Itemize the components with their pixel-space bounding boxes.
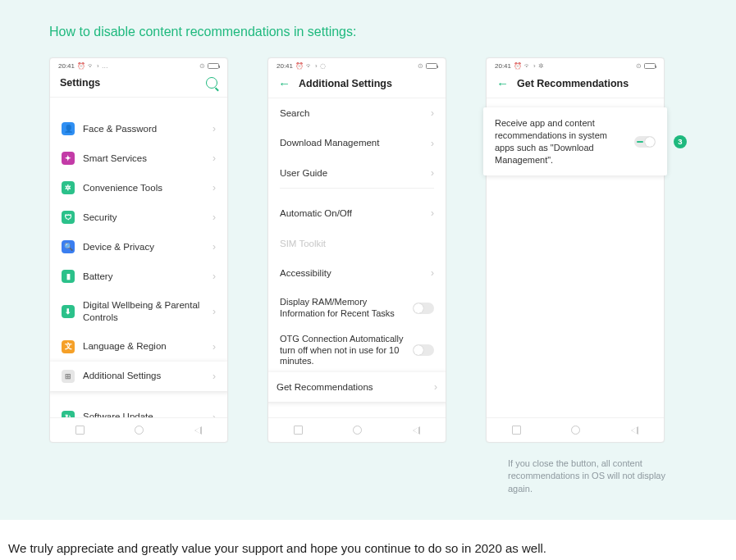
settings-list: 👤 Face & Password › ✦ Smart Services › ✲… — [50, 98, 227, 417]
instruction-panel: How to disable content recommendations i… — [0, 0, 736, 520]
back-icon[interactable]: ← — [278, 77, 290, 89]
status-time: 20:41 — [495, 62, 511, 70]
chevron-right-icon: › — [213, 412, 216, 417]
chevron-right-icon: › — [213, 371, 216, 382]
item-label: Digital Wellbeing & Parental Controls — [83, 299, 204, 324]
row-download-management[interactable]: Download Management › — [268, 128, 446, 157]
row-get-recommendations[interactable]: Get Recommendations › 2 — [268, 372, 446, 402]
nav-home-icon[interactable] — [353, 426, 362, 435]
settings-item-language-region[interactable]: 文 Language & Region › — [50, 332, 227, 362]
nav-bar — [268, 417, 446, 442]
toggle-otg[interactable] — [413, 344, 434, 356]
phone-additional-settings: 20:41 ⏰ ᯤ › ◌ ⊙ ← Additional Settings Se… — [267, 57, 446, 443]
nav-recent-icon[interactable] — [512, 426, 521, 435]
chevron-right-icon: › — [213, 123, 216, 134]
settings-item-face-password[interactable]: 👤 Face & Password › — [50, 114, 227, 143]
settings-item-battery[interactable]: ▮ Battery › — [50, 262, 227, 291]
row-label: User Guide — [280, 167, 431, 179]
nav-bar — [50, 417, 227, 442]
otg-label: OTG Connection — [280, 334, 348, 344]
settings-item-convenience-tools[interactable]: ✲ Convenience Tools › — [50, 173, 227, 203]
status-bar: 20:41 ⏰ ᯤ › … ⊙ — [50, 58, 227, 72]
status-bar: 20:41 ⏰ ᯤ › ✲ ⊙ — [487, 58, 664, 72]
settings-item-security[interactable]: 🛡 Security › — [50, 203, 227, 232]
settings-item-device-privacy[interactable]: 🔍 Device & Privacy › — [50, 232, 227, 262]
nav-back-icon[interactable] — [194, 426, 202, 435]
row-label: OTG Connection Automatically turn off wh… — [280, 334, 413, 367]
tools-icon: ✲ — [62, 181, 75, 194]
panel-caption: If you close the button, all content rec… — [508, 458, 687, 495]
toggle-ram[interactable] — [413, 303, 434, 314]
nav-bar — [487, 417, 664, 442]
additional-icon: ⊞ — [62, 370, 75, 383]
toggle-recommendations[interactable] — [634, 136, 656, 148]
title-bar: ← Get Recommendations — [487, 72, 664, 98]
footer-text: We truly appreciate and greatly value yo… — [0, 520, 736, 560]
battery-settings-icon: ▮ — [62, 270, 75, 283]
nav-back-icon[interactable] — [413, 426, 420, 435]
item-label: Additional Settings — [83, 370, 204, 382]
row-display-ram[interactable]: Display RAM/Memory Information for Recen… — [268, 288, 446, 329]
alarm-icon: ⏰ — [514, 62, 522, 70]
settings-item-additional-settings[interactable]: ⊞ Additional Settings › 1 — [50, 362, 227, 391]
back-icon[interactable]: ← — [496, 77, 509, 89]
row-label: Automatic On/Off — [280, 207, 431, 219]
phone-get-recommendations: 20:41 ⏰ ᯤ › ✲ ⊙ ← Get Recommendations Re… — [486, 57, 665, 443]
row-accessibility[interactable]: Accessibility › — [268, 258, 446, 288]
nav-recent-icon[interactable] — [75, 426, 85, 435]
dots-icon: … — [102, 62, 108, 70]
nav-back-icon[interactable] — [631, 426, 638, 435]
row-automatic-onoff[interactable]: Automatic On/Off › — [268, 198, 446, 228]
row-label: SIM Toolkit — [280, 238, 434, 249]
more-icon: › — [315, 62, 318, 70]
settings-item-digital-wellbeing[interactable]: ⬇ Digital Wellbeing & Parental Controls … — [50, 291, 227, 332]
item-label: Security — [83, 212, 204, 224]
item-label: Battery — [83, 271, 204, 283]
row-label: Display RAM/Memory Information for Recen… — [280, 297, 413, 320]
item-label: Software Update — [83, 411, 204, 417]
additional-settings-list: Search › Download Management › User Guid… — [268, 98, 446, 417]
status-time: 20:41 — [58, 62, 75, 70]
language-icon: 文 — [62, 340, 75, 353]
row-user-guide[interactable]: User Guide › — [268, 158, 446, 188]
status-bar: 20:41 ⏰ ᯤ › ◌ ⊙ — [268, 58, 446, 72]
item-label: Device & Privacy — [83, 241, 204, 253]
chevron-right-icon: › — [213, 153, 216, 164]
step-badge-3: 3 — [674, 135, 687, 148]
face-icon: 👤 — [62, 122, 75, 135]
search-icon[interactable] — [206, 77, 217, 89]
page-title: Get Recommendations — [517, 78, 629, 89]
status-time: 20:41 — [277, 62, 293, 70]
row-search[interactable]: Search › — [268, 98, 446, 128]
shield-icon: 🛡 — [62, 211, 75, 224]
chevron-right-icon: › — [213, 306, 216, 317]
signal-icon: ⊙ — [636, 62, 642, 70]
alarm-icon: ⏰ — [295, 62, 304, 70]
row-receive-recommendations[interactable]: Receive app and content recommendations … — [483, 107, 667, 175]
battery-icon — [208, 63, 219, 69]
chevron-right-icon: › — [213, 341, 216, 353]
phone-settings: 20:41 ⏰ ᯤ › … ⊙ Settings 👤 F — [49, 57, 228, 443]
chevron-right-icon: › — [213, 182, 216, 193]
settings-item-smart-services[interactable]: ✦ Smart Services › — [50, 143, 227, 173]
page-title: Settings — [60, 77, 100, 89]
page-title: Additional Settings — [299, 78, 392, 89]
privacy-icon: 🔍 — [62, 240, 75, 253]
row-label: Receive app and content recommendations … — [495, 117, 634, 166]
nav-home-icon[interactable] — [571, 426, 580, 435]
row-label: Accessibility — [280, 267, 431, 279]
wellbeing-icon: ⬇ — [62, 305, 75, 318]
chevron-right-icon: › — [431, 107, 434, 119]
row-otg-connection[interactable]: OTG Connection Automatically turn off wh… — [268, 329, 446, 372]
sync-icon: ◌ — [320, 62, 326, 70]
chevron-right-icon: › — [434, 381, 437, 393]
nav-home-icon[interactable] — [135, 426, 144, 435]
chevron-right-icon: › — [213, 271, 216, 282]
settings-item-software-update[interactable]: ↻ Software Update › — [50, 403, 227, 417]
row-label: Get Recommendations — [277, 381, 434, 393]
battery-icon — [644, 63, 656, 69]
smart-icon: ✦ — [62, 152, 75, 165]
nav-recent-icon[interactable] — [294, 426, 303, 435]
row-label: Search — [280, 107, 431, 119]
row-backup-reset[interactable]: Backup and Reset › — [268, 412, 446, 417]
